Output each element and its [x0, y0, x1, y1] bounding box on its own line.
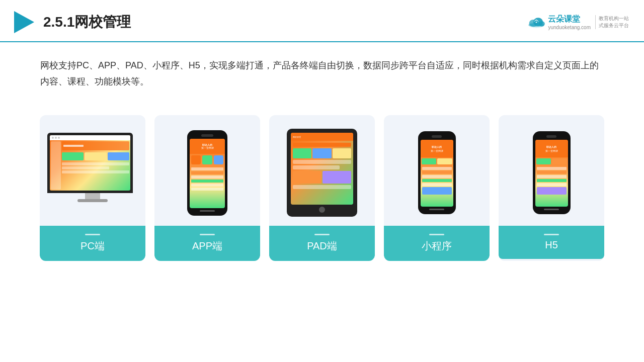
brand-logo: 云朵课堂 yunduoketang.com 教育机构一站 式服务云平台 [527, 14, 629, 30]
page-title: 2.5.1网校管理 [43, 13, 131, 32]
h5-phone-mockup: 职达人的 第一堂网课 [533, 131, 571, 214]
svg-marker-0 [14, 11, 34, 33]
svg-point-6 [536, 22, 537, 23]
svg-point-5 [529, 23, 544, 27]
card-h5: 职达人的 第一堂网课 [499, 115, 604, 261]
pc-mockup [47, 133, 138, 213]
logo-name: 云朵课堂 [548, 14, 591, 25]
card-pad-image: 网校管理 [269, 115, 375, 226]
card-h5-label: H5 [499, 226, 604, 259]
card-pad-label: PAD端 [269, 226, 375, 261]
card-app-label: APP端 [154, 226, 260, 261]
app-phone-mockup: 职达人的 第一堂网课 [187, 130, 227, 216]
description-paragraph: 网校支持PC、APP、PAD、小程序、H5，实现多端打通，产品各终端自由切换，数… [40, 57, 604, 90]
logo-tagline-1: 教育机构一站 [599, 15, 629, 22]
card-app-image: 职达人的 第一堂网课 [154, 115, 260, 226]
card-pc-image [40, 115, 145, 226]
pad-tablet-mockup: 网校管理 [287, 129, 357, 217]
play-icon [10, 9, 36, 35]
logo-url: yunduoketang.com [548, 25, 591, 30]
header-left: 2.5.1网校管理 [10, 9, 131, 35]
card-pc-label: PC端 [40, 226, 145, 261]
card-app: 职达人的 第一堂网课 [154, 115, 260, 261]
mini-phone-mockup: 职达人的 第一堂网课 [418, 131, 456, 214]
page-header: 2.5.1网校管理 云朵课堂 yunduoketang.com 教育机构一站 式… [0, 0, 644, 42]
cloud-icon [527, 15, 545, 29]
description-text: 网校支持PC、APP、PAD、小程序、H5，实现多端打通，产品各终端自由切换，数… [0, 42, 644, 100]
logo-tagline: 教育机构一站 式服务云平台 [595, 15, 629, 29]
logo-text: 云朵课堂 yunduoketang.com [548, 14, 591, 30]
card-mini: 职达人的 第一堂网课 [384, 115, 490, 261]
logo-tagline-2: 式服务云平台 [599, 22, 629, 29]
cards-container: PC端 职达人的 第一堂网课 [0, 105, 644, 271]
card-h5-image: 职达人的 第一堂网课 [499, 115, 604, 226]
card-pad: 网校管理 [269, 115, 375, 261]
card-mini-label: 小程序 [384, 226, 490, 261]
card-mini-image: 职达人的 第一堂网课 [384, 115, 490, 226]
card-pc: PC端 [40, 115, 145, 261]
